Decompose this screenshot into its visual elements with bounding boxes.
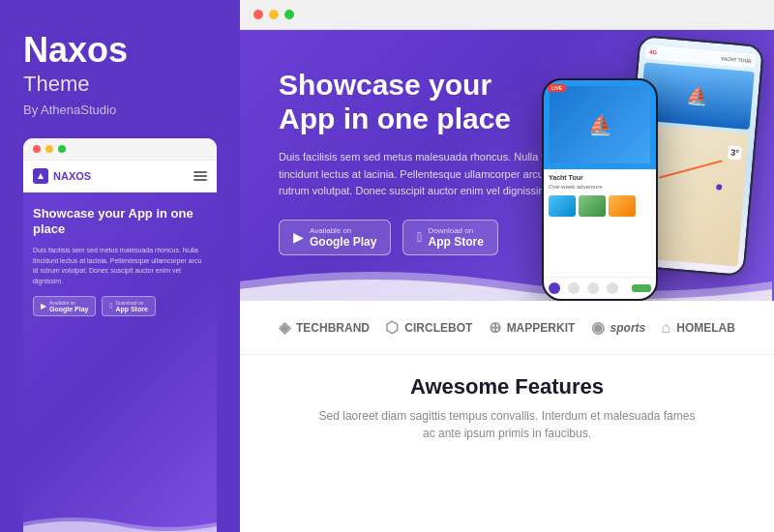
techbrand-icon: ◈ <box>279 318 290 337</box>
phone-nav-icons <box>549 282 618 294</box>
mini-btn-app-store-label: App Store <box>115 306 147 312</box>
phone-front-info: Yacht Tour One-week adventure <box>544 169 656 277</box>
mini-hero-description: Duis facilisis sem sed metus malesuada r… <box>33 246 207 286</box>
phone-map-dot <box>716 185 723 192</box>
phone-nav-icon-3 <box>587 282 599 294</box>
browser-dot-green <box>284 10 294 19</box>
mini-logo: NAXOS <box>33 168 91 184</box>
sports-label: sports <box>610 321 646 335</box>
phone-front-nav <box>544 277 656 299</box>
brands-section: ◈ TECHBRAND ⬡ CIRCLEBOT ⊕ MAPPERKIT ◉ sp… <box>240 301 774 355</box>
hero-section: Showcase yourApp in one place Duis facil… <box>240 30 774 301</box>
circlebot-icon: ⬡ <box>385 318 399 337</box>
mini-nav: NAXOS <box>23 161 217 192</box>
features-section: Awesome Features Sed laoreet diam sagitt… <box>240 355 774 461</box>
svg-marker-0 <box>38 173 44 179</box>
phone-thumb-3 <box>609 195 636 217</box>
circlebot-label: CIRCLEBOT <box>404 321 472 335</box>
brand-subtitle: Theme <box>23 72 217 97</box>
phone-temp-label: 3° <box>728 145 743 160</box>
mapperkit-label: MAPPERKIT <box>507 321 576 335</box>
phone-map-route-line <box>658 161 723 180</box>
mini-app-store-text: Download on App Store <box>115 300 147 312</box>
google-play-label: Google Play <box>310 235 376 249</box>
play-store-icon: ▶ <box>293 229 304 245</box>
mini-google-play-text: Available on Google Play <box>49 300 88 312</box>
mini-btn-google-play-label: Google Play <box>49 306 88 312</box>
homelab-icon: ⌂ <box>662 319 671 337</box>
phone-nav-icon-2 <box>568 282 580 294</box>
google-play-button[interactable]: ▶ Available on Google Play <box>279 220 391 255</box>
browser-dot-red <box>253 10 263 19</box>
brand-block: Naxos Theme By AthenaStudio <box>23 31 217 117</box>
phone-front-mockup: ⛵ LIVE Yacht Tour One-week adventure <box>542 78 658 301</box>
phone-nav-icon-4 <box>607 282 618 294</box>
mini-apple-icon:  <box>109 302 112 310</box>
brand-item-sports: ◉ sports <box>591 318 646 337</box>
phone-status-bar <box>632 284 651 292</box>
mini-hero-title: Showcase your App in one place <box>33 206 207 239</box>
phone-front-badge: LIVE <box>548 84 566 92</box>
phone-app-title: Yacht Tour <box>549 174 651 181</box>
brand-by: By AthenaStudio <box>23 103 217 117</box>
mini-browser-bar <box>23 138 217 161</box>
mini-hamburger-icon[interactable] <box>194 171 207 181</box>
apple-icon:  <box>417 229 422 245</box>
left-panel: Naxos Theme By AthenaStudio NAXOS <box>0 0 240 532</box>
app-store-text: Download on App Store <box>428 226 483 249</box>
app-store-button[interactable]:  Download on App Store <box>402 220 497 255</box>
right-panel: Showcase yourApp in one place Duis facil… <box>240 0 774 532</box>
phone-thumb-1 <box>549 195 576 217</box>
phone-tour-label: YACHT TOUR <box>721 55 752 64</box>
phone-app-subtitle: One-week adventure <box>549 184 651 190</box>
homelab-label: HOMELAB <box>676 321 735 335</box>
phone-front-screen: ⛵ LIVE Yacht Tour One-week adventure <box>544 80 656 299</box>
brand-item-homelab: ⌂ HOMELAB <box>662 319 735 337</box>
phone-thumbnails <box>549 195 651 217</box>
phone-front-hero-image: ⛵ <box>550 86 650 163</box>
download-on-label: Download on <box>428 226 483 235</box>
mini-dot-red <box>33 145 41 153</box>
mini-logo-text: NAXOS <box>53 170 91 182</box>
mini-dot-green <box>58 145 66 153</box>
phone-nav-icon-1 <box>549 282 560 294</box>
brand-title: Naxos <box>23 31 217 70</box>
mini-hero-section: Showcase your App in one place Duis faci… <box>23 192 217 532</box>
brand-item-mapperkit: ⊕ MAPPERKIT <box>489 318 576 337</box>
browser-chrome <box>240 0 774 30</box>
website-content: Showcase yourApp in one place Duis facil… <box>240 30 774 532</box>
phone-badge-4g: 4G <box>649 49 658 56</box>
mapperkit-icon: ⊕ <box>489 318 501 337</box>
mini-hero-buttons: ▶ Available on Google Play  Download on… <box>33 296 207 316</box>
mini-dot-yellow <box>45 145 53 153</box>
features-title: Awesome Features <box>279 374 735 399</box>
mini-browser-mockup: NAXOS Showcase your App in one place Dui… <box>23 138 217 532</box>
sports-icon: ◉ <box>591 318 605 337</box>
mini-browser-content: NAXOS Showcase your App in one place Dui… <box>23 161 217 532</box>
browser-dot-yellow <box>269 10 279 19</box>
phone-front-top: ⛵ LIVE <box>544 80 656 169</box>
mini-wave-decoration <box>23 513 217 532</box>
phone-thumb-2 <box>579 195 606 217</box>
phone-mockups: 4G YACHT TOUR ⛵ 3° <box>542 30 755 301</box>
google-play-text: Available on Google Play <box>310 226 376 249</box>
app-store-label: App Store <box>428 235 483 249</box>
mini-logo-icon <box>33 168 48 184</box>
mini-app-store-button[interactable]:  Download on App Store <box>102 296 155 316</box>
mini-google-play-button[interactable]: ▶ Available on Google Play <box>33 296 96 316</box>
features-subtitle: Sed laoreet diam sagittis tempus convall… <box>313 407 700 442</box>
brand-item-techbrand: ◈ TECHBRAND <box>279 318 370 337</box>
techbrand-label: TECHBRAND <box>296 321 370 335</box>
brand-item-circlebot: ⬡ CIRCLEBOT <box>385 318 472 337</box>
available-on-label: Available on <box>310 226 376 235</box>
mini-play-icon: ▶ <box>41 302 46 310</box>
